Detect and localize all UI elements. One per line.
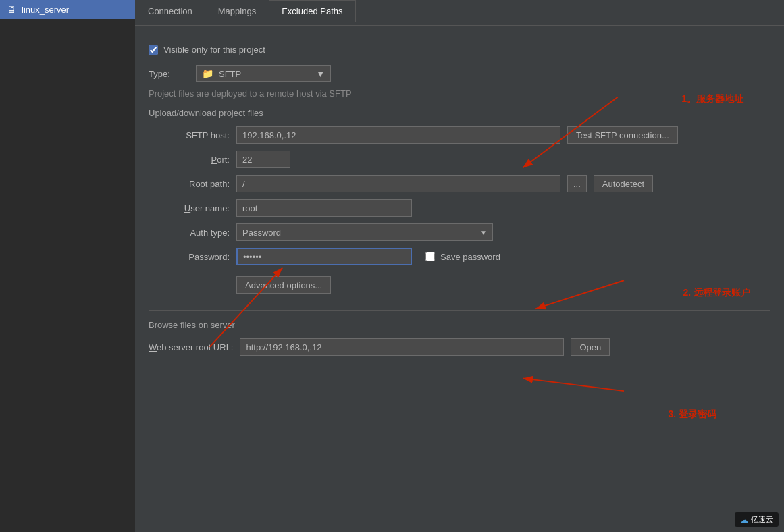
sftp-host-row: SFTP host: Test SFTP connection... — [149, 126, 770, 144]
type-select-dropdown[interactable]: 📁 SFTP ▼ — [196, 65, 331, 82]
tab-bar: Connection Mappings Excluded Paths — [135, 0, 784, 22]
description-text: Project files are deployed to a remote h… — [149, 88, 770, 99]
tab-connection[interactable]: Connection — [135, 0, 205, 22]
content-area: Visible only for this project Type: 📁 SF… — [135, 34, 784, 532]
sidebar-item-label: linux_server — [22, 5, 69, 15]
autodetect-button[interactable]: Autodetect — [594, 175, 653, 192]
root-path-label: Root path: — [149, 179, 230, 189]
annotation-password: 3. 登录密码 — [668, 408, 716, 421]
password-input[interactable] — [236, 248, 412, 265]
port-row: Port: — [149, 151, 770, 168]
visible-checkbox[interactable] — [149, 45, 158, 55]
user-name-input[interactable] — [236, 199, 412, 217]
type-dropdown-arrow: ▼ — [316, 69, 325, 79]
type-select-value: SFTP — [219, 69, 311, 79]
sidebar-item-linux-server[interactable]: 🖥 linux_server — [0, 0, 135, 19]
port-input[interactable] — [236, 151, 290, 168]
type-label: Type: — [149, 69, 189, 79]
port-label: Port: — [149, 155, 230, 165]
browse-section: Browse files on server Web server root U… — [149, 310, 770, 356]
password-label: Password: — [149, 252, 230, 262]
web-server-row: Web server root URL: Open — [149, 338, 770, 356]
root-path-input[interactable] — [236, 175, 560, 192]
tab-mappings[interactable]: Mappings — [205, 0, 269, 22]
root-path-row: Root path: ... Autodetect — [149, 175, 770, 192]
save-password-container: Save password — [425, 252, 500, 262]
watermark-label: 亿速云 — [751, 514, 773, 525]
auth-type-label: Auth type: — [149, 228, 230, 238]
cloud-icon: ☁ — [740, 515, 748, 525]
test-sftp-button[interactable]: Test SFTP connection... — [567, 126, 678, 144]
visible-label: Visible only for this project — [163, 45, 265, 55]
auth-type-dropdown[interactable]: Password ▼ — [236, 223, 493, 241]
auth-dropdown-arrow: ▼ — [480, 229, 487, 236]
type-row: Type: 📁 SFTP ▼ — [149, 65, 770, 82]
user-name-row: User name: — [149, 199, 770, 217]
watermark: ☁ 亿速云 — [735, 512, 779, 527]
upload-section-header: Upload/download project files — [149, 108, 770, 118]
browse-section-header: Browse files on server — [149, 320, 770, 330]
tab-excluded-paths[interactable]: Excluded Paths — [269, 0, 355, 22]
browse-button[interactable]: ... — [567, 175, 587, 192]
auth-type-value: Password — [242, 228, 475, 238]
save-password-label: Save password — [440, 252, 500, 262]
main-panel: Connection Mappings Excluded Paths Visib… — [135, 0, 784, 532]
web-server-label: Web server root URL: — [149, 342, 233, 352]
visible-row: Visible only for this project — [149, 45, 770, 55]
save-password-checkbox[interactable] — [425, 252, 435, 261]
svg-line-3 — [523, 378, 624, 391]
auth-type-row: Auth type: Password ▼ — [149, 223, 770, 241]
sftp-host-input[interactable] — [236, 126, 560, 144]
open-button[interactable]: Open — [571, 338, 610, 356]
advanced-options-row: Advanced options... — [236, 276, 770, 294]
password-row: Password: Save password — [149, 248, 770, 265]
sftp-icon: 📁 — [202, 68, 213, 79]
user-name-label: User name: — [149, 203, 230, 213]
web-server-input[interactable] — [240, 338, 564, 356]
advanced-options-button[interactable]: Advanced options... — [236, 276, 331, 294]
sftp-host-label: SFTP host: — [149, 130, 230, 140]
sidebar: 🖥 linux_server — [0, 0, 135, 532]
server-icon: 🖥 — [7, 4, 16, 15]
tab-divider — [135, 25, 784, 26]
